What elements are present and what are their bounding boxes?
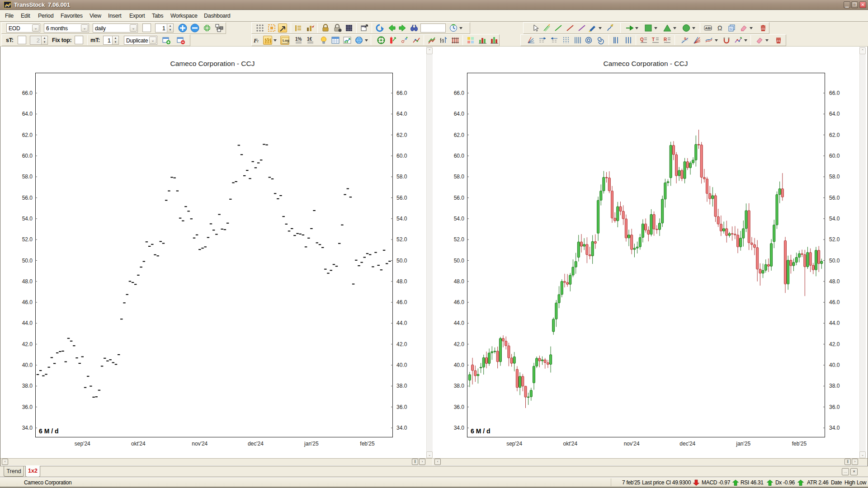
svg-text:48.0: 48.0 — [396, 278, 407, 285]
svg-text:58.0: 58.0 — [829, 174, 840, 180]
svg-text:42.0: 42.0 — [829, 341, 840, 347]
svg-text:64.0: 64.0 — [829, 111, 840, 117]
svg-text:okt'24: okt'24 — [563, 441, 577, 447]
svg-text:64.0: 64.0 — [22, 111, 33, 117]
svg-text:38.0: 38.0 — [396, 383, 407, 389]
svg-text:nov'24: nov'24 — [624, 441, 640, 447]
svg-text:52.0: 52.0 — [829, 236, 840, 243]
svg-text:56.0: 56.0 — [829, 195, 840, 201]
svg-text:6 M / d: 6 M / d — [471, 427, 491, 435]
svg-text:40.0: 40.0 — [22, 362, 33, 368]
svg-text:34.0: 34.0 — [829, 425, 840, 431]
svg-text:54.0: 54.0 — [396, 216, 407, 222]
svg-text:62.0: 62.0 — [396, 132, 407, 138]
svg-text:54.0: 54.0 — [829, 216, 840, 222]
svg-text:44.0: 44.0 — [829, 320, 840, 326]
svg-text:66.0: 66.0 — [396, 90, 407, 96]
svg-text:56.0: 56.0 — [22, 195, 33, 201]
svg-text:50.0: 50.0 — [829, 258, 840, 264]
svg-text:56.0: 56.0 — [396, 195, 407, 201]
svg-text:60.0: 60.0 — [396, 153, 407, 159]
svg-text:60.0: 60.0 — [829, 153, 840, 159]
svg-text:62.0: 62.0 — [454, 132, 465, 138]
svg-text:42.0: 42.0 — [22, 341, 33, 347]
svg-text:66.0: 66.0 — [22, 90, 33, 96]
svg-text:38.0: 38.0 — [22, 383, 33, 389]
svg-text:T: T — [652, 37, 655, 42]
svg-text:58.0: 58.0 — [396, 174, 407, 180]
svg-text:Cameco Corporation - CCJ: Cameco Corporation - CCJ — [170, 60, 255, 67]
svg-text:36.0: 36.0 — [829, 404, 840, 410]
svg-text:48.0: 48.0 — [829, 278, 840, 285]
svg-text:46.0: 46.0 — [454, 299, 465, 305]
svg-text:dec'24: dec'24 — [679, 441, 695, 447]
svg-text:64.0: 64.0 — [396, 111, 407, 117]
svg-text:jan'25: jan'25 — [304, 441, 319, 447]
svg-text:40.0: 40.0 — [829, 362, 840, 368]
svg-text:52.0: 52.0 — [22, 236, 33, 243]
svg-text:52.0: 52.0 — [396, 236, 407, 243]
svg-text:46.0: 46.0 — [829, 299, 840, 305]
svg-text:feb'25: feb'25 — [360, 441, 375, 447]
svg-text:44.0: 44.0 — [396, 320, 407, 326]
svg-text:50.0: 50.0 — [396, 258, 407, 264]
svg-text:Q: Q — [640, 37, 644, 42]
svg-text:38.0: 38.0 — [454, 383, 465, 389]
svg-text:36.0: 36.0 — [454, 404, 465, 410]
svg-text:58.0: 58.0 — [22, 174, 33, 180]
svg-text:feb'25: feb'25 — [792, 441, 807, 447]
svg-text:jan'25: jan'25 — [736, 441, 750, 447]
svg-text:46.0: 46.0 — [396, 299, 407, 305]
svg-text:1%: 1% — [295, 37, 302, 42]
svg-text:58.0: 58.0 — [454, 174, 465, 180]
svg-text:54.0: 54.0 — [22, 216, 33, 222]
svg-text:44.0: 44.0 — [454, 320, 465, 326]
svg-text:34.0: 34.0 — [396, 425, 407, 431]
svg-text:56.0: 56.0 — [454, 195, 465, 201]
svg-text:64.0: 64.0 — [454, 111, 465, 117]
svg-text:42.0: 42.0 — [396, 341, 407, 347]
svg-text:44.0: 44.0 — [22, 320, 33, 326]
svg-text:S: S — [684, 37, 687, 41]
svg-text:ABI: ABI — [705, 26, 712, 30]
svg-text:Ω: Ω — [717, 24, 722, 32]
svg-text:Log: Log — [283, 38, 289, 42]
svg-text:1€: 1€ — [307, 37, 312, 42]
svg-text:36.0: 36.0 — [22, 404, 33, 410]
svg-text:40.0: 40.0 — [454, 362, 465, 368]
svg-text:Cameco Corporation - CCJ: Cameco Corporation - CCJ — [604, 60, 688, 67]
svg-text:okt'24: okt'24 — [131, 441, 146, 447]
svg-text:34.0: 34.0 — [454, 425, 465, 431]
svg-text:50.0: 50.0 — [454, 258, 465, 264]
svg-text:nov'24: nov'24 — [192, 441, 208, 447]
svg-text:48.0: 48.0 — [454, 278, 465, 285]
svg-text:52.0: 52.0 — [454, 236, 465, 243]
svg-text:62.0: 62.0 — [829, 132, 840, 138]
svg-text:62.0: 62.0 — [22, 132, 33, 138]
svg-text:66.0: 66.0 — [454, 90, 465, 96]
svg-text:48.0: 48.0 — [22, 278, 33, 285]
svg-text:r: r — [257, 39, 259, 43]
svg-text:sep'24: sep'24 — [506, 441, 522, 447]
svg-text:54.0: 54.0 — [454, 216, 465, 222]
svg-text:66.0: 66.0 — [829, 90, 840, 96]
svg-text:42.0: 42.0 — [454, 341, 465, 347]
svg-text:60.0: 60.0 — [22, 153, 33, 159]
svg-text:6 M / d: 6 M / d — [39, 427, 59, 435]
svg-text:46.0: 46.0 — [22, 299, 33, 305]
svg-text:dec'24: dec'24 — [248, 441, 264, 447]
svg-text:sep'24: sep'24 — [75, 441, 90, 447]
svg-text:40.0: 40.0 — [396, 362, 407, 368]
svg-text:R: R — [664, 37, 667, 42]
svg-text:60.0: 60.0 — [454, 153, 465, 159]
svg-text:34.0: 34.0 — [22, 425, 33, 431]
svg-text:⎘: ⎘ — [730, 27, 732, 31]
svg-text:50.0: 50.0 — [22, 258, 33, 264]
svg-text:36.0: 36.0 — [396, 404, 407, 410]
svg-text:38.0: 38.0 — [829, 383, 840, 389]
